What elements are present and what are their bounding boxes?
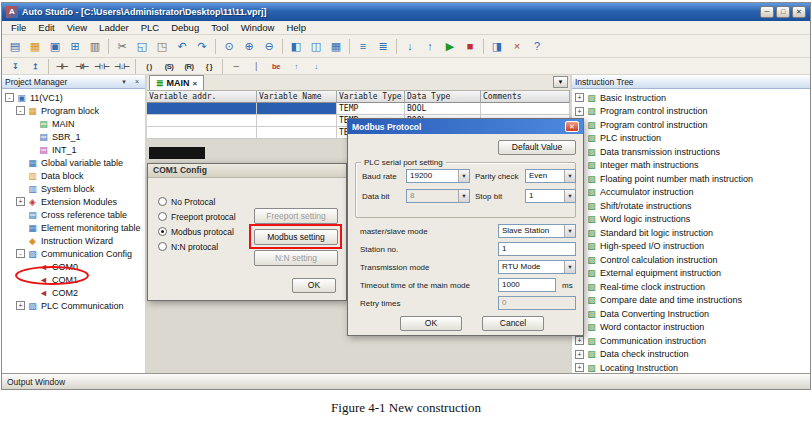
instruction-locating-instruction[interactable]: +▨Locating Instruction <box>572 361 810 373</box>
tree-item-global-variable-table[interactable]: ▦Global variable table <box>2 156 145 169</box>
instruction-program-control-instruction[interactable]: +▨Program control instruction <box>572 105 810 119</box>
contact-no-icon[interactable]: ⊣⊢ <box>52 59 72 73</box>
chevron-down-icon[interactable]: ▼ <box>564 190 575 202</box>
tree-item-system-block[interactable]: ▥System block <box>2 182 145 195</box>
coil-icon[interactable]: ( ) <box>139 59 159 73</box>
menu-debug[interactable]: Debug <box>165 22 205 33</box>
function-block-icon[interactable]: { } <box>199 59 219 73</box>
split-view-icon[interactable]: ◫ <box>306 37 326 56</box>
menu-ladder[interactable]: Ladder <box>93 22 135 33</box>
menu-help[interactable]: Help <box>280 22 312 33</box>
comment-icon[interactable]: be <box>266 59 286 73</box>
zoom-out-icon[interactable]: ⊖ <box>259 37 279 56</box>
expand-icon[interactable]: + <box>16 197 25 206</box>
move-down-icon[interactable]: ↓ <box>306 59 326 73</box>
delete-network-icon[interactable]: ↥ <box>25 59 45 73</box>
table-cell[interactable] <box>257 115 337 127</box>
parity-check-select[interactable]: Even ▼ <box>525 169 576 183</box>
default-value-button[interactable]: Default Value <box>498 140 576 155</box>
project-view-icon[interactable]: ◧ <box>286 37 306 56</box>
monitor-icon[interactable]: ◨ <box>487 37 507 56</box>
master-slave-select[interactable]: Slave Station ▼ <box>498 224 576 238</box>
chevron-down-icon[interactable]: ▼ <box>564 261 575 273</box>
panel-close-icon[interactable]: × <box>132 78 142 85</box>
pin-icon[interactable]: ▾ <box>119 78 129 86</box>
vertical-line-icon[interactable]: │ <box>246 59 266 73</box>
tab-main[interactable]: ≣ MAIN × <box>149 75 204 90</box>
radio-modbus-protocal[interactable]: Modbus protocal <box>158 226 236 237</box>
save-icon[interactable]: ▣ <box>45 37 65 56</box>
run-icon[interactable]: ▶ <box>440 37 460 56</box>
contact-falling-icon[interactable]: ⊣↓⊢ <box>112 59 132 73</box>
instruction-accumulator-instruction[interactable]: +▨Accumulator instruction <box>572 186 810 200</box>
coil-reset-icon[interactable]: (R) <box>179 59 199 73</box>
com1-ok-button[interactable]: OK <box>292 278 336 293</box>
radio-freeport-protocal[interactable]: Freeport protocal <box>158 211 236 222</box>
chevron-down-icon[interactable]: ▼ <box>564 170 575 182</box>
timeout-input[interactable]: 1000 <box>498 278 556 292</box>
print-icon[interactable]: ▥ <box>85 37 105 56</box>
expand-icon[interactable]: + <box>575 336 584 345</box>
tree-item-instruction-wizard[interactable]: ◆Instruction Wizard <box>2 234 145 247</box>
station-no-input[interactable]: 1 <box>498 242 576 256</box>
radio-no-protocal[interactable]: No Protocal <box>158 196 236 207</box>
output-window-bar[interactable]: Output Window <box>2 373 810 389</box>
instruction-communication-instruction[interactable]: +▨Communication instruction <box>572 334 810 348</box>
instruction-data-check-instruction[interactable]: +▨Data check instruction <box>572 348 810 362</box>
table-cell[interactable] <box>147 103 257 115</box>
save-all-icon[interactable]: ⊞ <box>65 37 85 56</box>
move-up-icon[interactable]: ↑ <box>286 59 306 73</box>
instruction-high-speed-i-o-instruction[interactable]: +▨High-speed I/O instruction <box>572 240 810 254</box>
compile-icon[interactable]: ≡ <box>353 37 373 56</box>
tree-item-extension-modules[interactable]: +◈Extension Modules <box>2 195 145 208</box>
paste-icon[interactable]: ◳ <box>152 37 172 56</box>
stop-bit-select[interactable]: 1 ▼ <box>525 189 576 203</box>
open-file-icon[interactable]: ▦ <box>25 37 45 56</box>
instruction-data-converting-instruction[interactable]: +▨Data Converting Instruction <box>572 307 810 321</box>
tab-close-icon[interactable]: × <box>193 79 198 88</box>
table-cell[interactable] <box>257 127 337 139</box>
table-cell[interactable] <box>481 103 570 115</box>
tree-item-data-block[interactable]: ▥Data block <box>2 169 145 182</box>
search-icon[interactable]: ⊙ <box>219 37 239 56</box>
instruction-compare-date-and-time-instructions[interactable]: +▨Compare date and time instructions <box>572 294 810 308</box>
instruction-data-transmission-instructions[interactable]: +▨Data transmission instructions <box>572 145 810 159</box>
menu-tool[interactable]: Tool <box>205 22 234 33</box>
instruction-shift-rotate-instructions[interactable]: +▨Shift/rotate instructions <box>572 199 810 213</box>
tree-item-sbr-1[interactable]: ▤SBR_1 <box>2 130 145 143</box>
instruction-word-logic-instructions[interactable]: +▨Word logic instructions <box>572 213 810 227</box>
modbus-ok-button[interactable]: OK <box>400 316 462 331</box>
table-cell[interactable]: TEMP <box>337 103 405 115</box>
menu-plc[interactable]: PLC <box>135 22 165 33</box>
collapse-icon[interactable]: - <box>16 249 25 258</box>
horizontal-line-icon[interactable]: ─ <box>226 59 246 73</box>
table-cell[interactable]: BOOL <box>405 103 481 115</box>
contact-rising-icon[interactable]: ⊣↑⊢ <box>92 59 112 73</box>
delete-icon[interactable]: × <box>507 37 527 56</box>
contact-nc-icon[interactable]: ⊣/⊢ <box>72 59 92 73</box>
table-cell[interactable] <box>257 103 337 115</box>
instruction-real-time-clock-instruction[interactable]: +▨Real-time clock instruction <box>572 280 810 294</box>
table-cell[interactable] <box>147 115 257 127</box>
maximize-button[interactable]: □ <box>776 6 790 18</box>
minimize-button[interactable]: ─ <box>760 6 774 18</box>
tree-item-element-monitoring-table[interactable]: ▦Element monitoring table <box>2 221 145 234</box>
instruction-control-calculation-instruction[interactable]: +▨Control calculation instruction <box>572 253 810 267</box>
tree-item-main[interactable]: ▤MAIN <box>2 117 145 130</box>
active-cell[interactable] <box>149 147 205 159</box>
collapse-icon[interactable]: - <box>5 93 14 102</box>
expand-icon[interactable]: + <box>575 350 584 359</box>
close-button[interactable]: ✕ <box>792 6 806 18</box>
instruction-word-contactor-instruction[interactable]: +▨Word contactor instruction <box>572 321 810 335</box>
grid-view-icon[interactable]: ▦ <box>326 37 346 56</box>
tree-item-plc-communication[interactable]: +▨PLC Communication <box>2 299 145 312</box>
insert-network-icon[interactable]: ↧ <box>5 59 25 73</box>
expand-icon[interactable]: + <box>575 93 584 102</box>
instruction-standard-bit-logic-instruction[interactable]: +▨Standard bit logic instruction <box>572 226 810 240</box>
coil-set-icon[interactable]: (S) <box>159 59 179 73</box>
help-icon[interactable]: ? <box>527 37 547 56</box>
modbus-dialog-titlebar[interactable]: Modbus Protocol ✕ <box>348 119 583 134</box>
expand-icon[interactable]: + <box>16 301 25 310</box>
tab-list-dropdown[interactable]: ▼ <box>553 76 568 88</box>
redo-icon[interactable]: ↷ <box>192 37 212 56</box>
